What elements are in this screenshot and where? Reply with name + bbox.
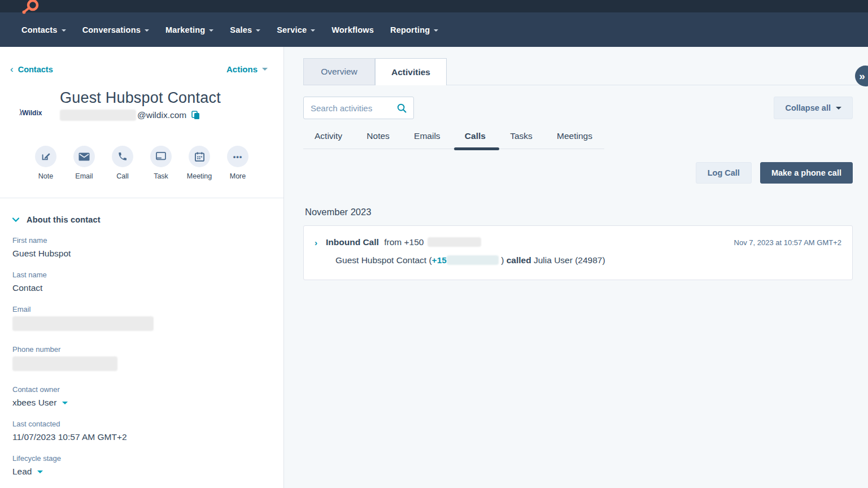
make-phone-call-button[interactable]: Make a phone call	[760, 162, 853, 184]
tab-label: Overview	[321, 67, 357, 77]
call-body-called: called	[507, 255, 531, 265]
chevron-down-icon	[209, 29, 213, 32]
email-button[interactable]: Email	[73, 146, 95, 180]
field-label: Last contacted	[12, 420, 283, 428]
tab-activities[interactable]: Activities	[375, 58, 447, 85]
field-label: Lifecycle stage	[12, 454, 283, 463]
make-phone-call-label: Make a phone call	[771, 168, 841, 177]
field-label: Last name	[12, 271, 283, 279]
meeting-icon	[195, 152, 204, 162]
chevron-down-icon	[12, 217, 19, 222]
collapse-all-label: Collapse all	[785, 103, 831, 112]
search-activities-input[interactable]	[311, 103, 397, 113]
call-button[interactable]: Call	[112, 146, 133, 180]
nav-item-conversations[interactable]: Conversations	[82, 25, 149, 34]
avatar: \∕Wildix	[20, 89, 60, 121]
field-value: 11/07/2023 10:57 AM GMT+2	[12, 432, 283, 442]
meeting-button[interactable]: Meeting	[189, 146, 210, 180]
redacted-email-prefix	[60, 110, 136, 121]
chevron-down-icon	[37, 470, 43, 473]
contact-name: Guest Hubspot Contact	[60, 89, 221, 107]
call-description: Guest Hubspot Contact (+15 ) called Juli…	[315, 255, 841, 265]
call-label: Call	[116, 172, 129, 180]
filter-tab-calls[interactable]: Calls	[465, 131, 486, 141]
activity-panel: » Overview Activities Collapse	[284, 47, 868, 488]
nav-item-workflows[interactable]: Workflows	[332, 25, 374, 34]
top-strip	[0, 0, 868, 12]
field-last-name: Last name Contact	[12, 271, 283, 293]
task-icon	[156, 152, 166, 161]
back-to-contacts-link[interactable]: ‹ Contacts	[10, 65, 53, 74]
log-call-label: Log Call	[708, 168, 740, 177]
more-button[interactable]: ••• More	[227, 146, 248, 180]
call-body-prefix: Guest Hubspot Contact (	[335, 255, 432, 265]
filter-tab-activity[interactable]: Activity	[315, 131, 342, 141]
actions-label: Actions	[226, 64, 258, 74]
contact-email-domain: @wildix.com	[137, 110, 186, 120]
caller-phone-link[interactable]: +15	[432, 255, 447, 265]
filter-tab-notes[interactable]: Notes	[367, 131, 390, 141]
wildix-logo-icon: \∕	[20, 108, 21, 117]
call-from-text: from +150	[384, 237, 424, 247]
field-value[interactable]: Contact	[12, 283, 283, 293]
back-link-label: Contacts	[18, 65, 53, 74]
nav-label: Contacts	[21, 25, 58, 34]
top-navigation-bar: Contacts Conversations Marketing Sales S…	[0, 0, 868, 47]
more-icon: •••	[233, 152, 243, 161]
note-icon	[41, 151, 51, 162]
field-label: Phone number	[12, 345, 283, 354]
tab-label: Activities	[391, 67, 430, 77]
about-section-toggle[interactable]: About this contact	[12, 215, 283, 224]
nav-label: Service	[277, 25, 307, 34]
chevron-down-icon	[62, 402, 68, 404]
nav-item-service[interactable]: Service	[277, 25, 315, 34]
chevron-down-icon	[836, 107, 841, 110]
double-chevron-right-icon: »	[859, 70, 865, 82]
chevron-right-icon[interactable]: ›	[315, 238, 321, 247]
note-button[interactable]: Note	[35, 146, 56, 180]
call-timestamp: Nov 7, 2023 at 10:57 AM GMT+2	[734, 237, 841, 247]
call-body-suffix: Julia User (24987)	[534, 255, 605, 265]
redacted-phone-rest	[447, 255, 499, 265]
nav-label: Reporting	[390, 25, 430, 34]
call-title: Inbound Call	[326, 237, 379, 247]
redacted-phone-value	[12, 356, 117, 371]
nav-label: Marketing	[165, 25, 205, 34]
nav-item-contacts[interactable]: Contacts	[21, 25, 66, 34]
chevron-down-icon	[311, 29, 315, 32]
chevron-down-icon	[434, 29, 438, 32]
field-value[interactable]: Guest Hubspot	[12, 249, 283, 259]
contact-sidebar: ‹ Contacts Actions \∕Wildix Guest Hubspo…	[0, 47, 284, 488]
task-button[interactable]: Task	[150, 146, 172, 180]
active-tab-indicator	[454, 147, 499, 150]
filter-tab-emails[interactable]: Emails	[414, 131, 440, 141]
filter-tab-tasks[interactable]: Tasks	[510, 131, 533, 141]
hubspot-logo-icon[interactable]	[20, 0, 43, 16]
call-activity-card: › Inbound Call from +150 Nov 7, 2023 at …	[303, 225, 853, 280]
contact-owner-dropdown[interactable]: xbees User	[12, 398, 283, 408]
meeting-label: Meeting	[187, 172, 212, 180]
tab-overview[interactable]: Overview	[303, 58, 375, 85]
search-icon[interactable]	[397, 103, 407, 113]
main-tabs: Overview Activities	[303, 58, 868, 85]
wildix-logo-text: Wildix	[22, 109, 42, 117]
nav-item-reporting[interactable]: Reporting	[390, 25, 438, 34]
field-last-contacted: Last contacted 11/07/2023 10:57 AM GMT+2	[12, 420, 283, 442]
copy-icon[interactable]	[191, 111, 200, 120]
actions-dropdown[interactable]: Actions	[226, 64, 268, 74]
redacted-email-value	[12, 316, 154, 331]
note-label: Note	[38, 172, 53, 180]
nav-label: Workflows	[332, 25, 374, 34]
log-call-button[interactable]: Log Call	[696, 162, 752, 184]
nav-item-sales[interactable]: Sales	[230, 25, 260, 34]
nav-item-marketing[interactable]: Marketing	[165, 25, 213, 34]
field-label: Contact owner	[12, 385, 283, 394]
nav-label: Conversations	[82, 25, 141, 34]
lifecycle-stage-dropdown[interactable]: Lead	[12, 467, 283, 477]
more-label: More	[230, 172, 246, 180]
nav-label: Sales	[230, 25, 252, 34]
filter-tab-meetings[interactable]: Meetings	[557, 131, 592, 141]
collapse-all-button[interactable]: Collapse all	[774, 97, 853, 119]
field-label: First name	[12, 236, 283, 245]
field-label: Email	[12, 305, 283, 313]
